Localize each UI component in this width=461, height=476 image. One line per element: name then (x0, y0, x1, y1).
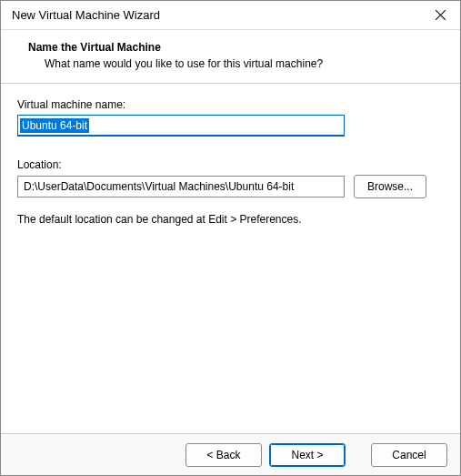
wizard-footer: < Back Next > Cancel (1, 433, 460, 475)
vm-name-input[interactable]: Ubuntu 64-bit (17, 115, 345, 137)
header-subtitle: What name would you like to use for this… (28, 57, 424, 70)
next-button[interactable]: Next > (269, 443, 346, 467)
vm-name-label: Virtual machine name: (17, 98, 444, 111)
close-icon (436, 10, 446, 20)
wizard-header: Name the Virtual Machine What name would… (1, 30, 460, 84)
close-button[interactable] (420, 1, 460, 30)
browse-button[interactable]: Browse... (354, 175, 426, 198)
header-title: Name the Virtual Machine (28, 41, 424, 54)
location-input[interactable] (17, 176, 345, 197)
titlebar: New Virtual Machine Wizard (1, 1, 460, 30)
location-label: Location: (17, 158, 444, 171)
location-hint: The default location can be changed at E… (17, 213, 444, 226)
vm-name-selected-text: Ubuntu 64-bit (20, 118, 89, 133)
back-button[interactable]: < Back (185, 443, 262, 467)
wizard-content: Virtual machine name: Ubuntu 64-bit Loca… (1, 84, 460, 240)
window-title: New Virtual Machine Wizard (12, 8, 160, 22)
cancel-button[interactable]: Cancel (371, 443, 447, 467)
